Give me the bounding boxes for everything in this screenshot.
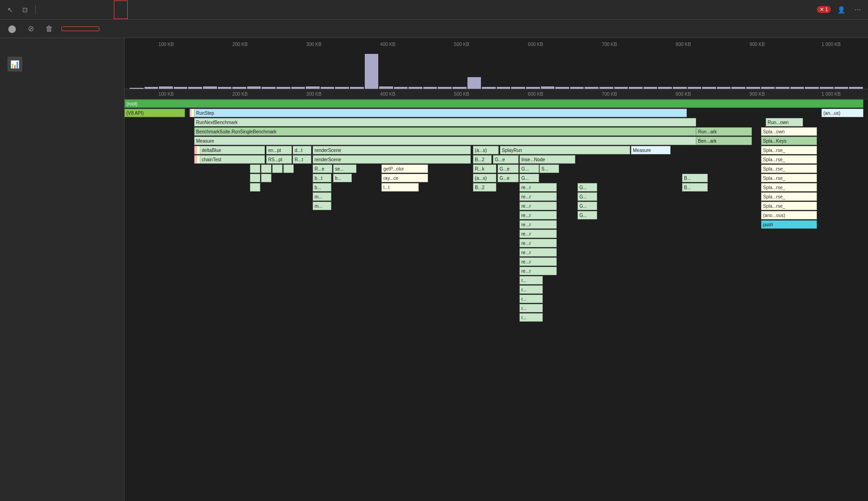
flame-block[interactable]: Spla...Keys	[761, 137, 817, 145]
device-icon[interactable]: ⊡	[19, 3, 32, 16]
flame-block[interactable]: m...	[313, 202, 331, 210]
flame-block[interactable]: re...r	[519, 257, 557, 266]
flame-block[interactable]: Ben...ark	[696, 137, 752, 145]
flame-block[interactable]	[250, 174, 260, 182]
flame-block[interactable]: Run...own	[766, 118, 803, 126]
cursor-icon[interactable]: ↖	[4, 3, 17, 16]
flame-block[interactable]: push	[761, 220, 817, 229]
flame-block[interactable]: r...	[519, 313, 543, 322]
flame-block[interactable]: G...e	[498, 174, 519, 182]
tab-console[interactable]	[54, 0, 67, 20]
flame-block[interactable]: G...	[519, 165, 539, 173]
flame-block[interactable]: BenchmarkSuite.RunSingleBenchmark	[194, 127, 696, 136]
flame-block[interactable]	[283, 165, 294, 173]
remote-debug-icon[interactable]: 👤	[835, 3, 848, 16]
flame-block[interactable]: re...r	[519, 248, 557, 257]
flame-block[interactable]: r...	[519, 276, 543, 284]
flame-block[interactable]: G...	[519, 174, 539, 182]
flame-block[interactable]: G...	[578, 192, 597, 201]
flame-block[interactable]: (ano...ous)	[761, 211, 817, 219]
flame-chart[interactable]: (root)(V8 API)RunStep(an...us)RunNextBen…	[125, 99, 868, 501]
flame-block[interactable]	[250, 183, 260, 191]
flame-block[interactable]: b...	[313, 183, 331, 191]
flame-block[interactable]: SplayRun	[500, 146, 630, 154]
flame-block[interactable]: re...r	[519, 192, 557, 201]
flame-block[interactable]: getP...olor	[381, 165, 428, 173]
flame-block[interactable]: R...t	[293, 155, 311, 164]
error-count-badge[interactable]: ✕ 1	[817, 6, 831, 13]
flame-block[interactable]	[261, 165, 271, 173]
sidebar-profile-item[interactable]: 📊	[0, 53, 124, 75]
flame-block[interactable]: r...	[519, 295, 543, 303]
flame-block[interactable]: chainTest	[200, 155, 265, 164]
flame-block[interactable]: renderScene	[313, 146, 471, 154]
flame-block[interactable]: Spla...rse_	[761, 155, 817, 164]
flame-block[interactable]: RunNextBenchmark	[194, 118, 696, 126]
flame-block[interactable]: B...2	[473, 155, 492, 164]
flame-block[interactable]: G...e	[498, 165, 519, 173]
tab-application[interactable]	[130, 0, 143, 20]
flame-block[interactable]: Inse...Node	[519, 155, 575, 164]
flame-block[interactable]: deltaBlue	[200, 146, 265, 154]
flame-block[interactable]: se...	[333, 165, 356, 173]
tab-performance[interactable]	[99, 0, 112, 20]
flame-block[interactable]: b...	[333, 174, 352, 182]
flame-block[interactable]: l...t	[381, 183, 419, 191]
tab-security[interactable]	[145, 0, 158, 20]
tab-network[interactable]	[84, 0, 97, 20]
flame-block[interactable]: B...2	[473, 183, 496, 191]
flame-block[interactable]: Measure	[631, 146, 671, 154]
clear-button[interactable]: 🗑	[43, 22, 56, 35]
flame-block[interactable]: (a...s)	[473, 174, 496, 182]
flame-block[interactable]: re...r	[519, 220, 557, 229]
flame-block[interactable]: r...	[519, 285, 543, 294]
flame-block[interactable]: re...r	[519, 230, 557, 238]
flame-block[interactable]: R...k	[473, 165, 496, 173]
flame-block[interactable]: RS...pt	[266, 155, 292, 164]
flame-block[interactable]: Spla...rse_	[761, 192, 817, 201]
tab-elements[interactable]	[39, 0, 53, 20]
flame-block[interactable]: re...r	[519, 267, 557, 275]
flame-block[interactable]: Spla...rse_	[761, 146, 817, 154]
flame-block[interactable]: (a...s)	[473, 146, 499, 154]
flame-block[interactable]: en...pt	[266, 146, 292, 154]
tab-memory[interactable]	[114, 0, 128, 19]
flame-block[interactable]	[261, 174, 271, 182]
flame-block[interactable]: (an...us)	[822, 109, 863, 117]
flame-block[interactable]: G...	[578, 211, 597, 219]
flame-block[interactable]: Spla...rse_	[761, 202, 817, 210]
flame-block[interactable]: (root)	[125, 99, 863, 108]
flame-block[interactable]: G...e	[493, 155, 519, 164]
chart-type-select[interactable]	[61, 26, 99, 31]
flame-block[interactable]: re...r	[519, 183, 557, 191]
flame-block[interactable]: re...r	[519, 202, 557, 210]
flame-block[interactable]: renderScene	[313, 155, 471, 164]
flame-block[interactable]: RunStep	[194, 109, 687, 117]
flame-block[interactable]: Spla...rse_	[761, 183, 817, 191]
flame-block[interactable]: m...	[313, 192, 331, 201]
flame-block[interactable]	[272, 165, 283, 173]
flame-block[interactable]: b...t	[313, 174, 331, 182]
flame-block[interactable]: R...e	[313, 165, 332, 173]
flame-block[interactable]: S...	[539, 165, 559, 173]
flame-block[interactable]: r...	[519, 304, 543, 312]
flame-block[interactable]: ray...ce	[381, 174, 428, 182]
flame-block[interactable]: Spla...rse_	[761, 165, 817, 173]
flame-block[interactable]: Measure	[194, 137, 696, 145]
flame-block[interactable]: re...r	[519, 239, 557, 247]
tab-sources[interactable]	[69, 0, 82, 20]
flame-block[interactable]: Run...ark	[696, 127, 752, 136]
flame-block[interactable]: d...t	[293, 146, 311, 154]
flame-block[interactable]: (V8 API)	[125, 109, 185, 117]
flame-block[interactable]: B...	[682, 183, 708, 191]
flame-block[interactable]: B...	[682, 174, 708, 182]
flame-block[interactable]: re...r	[519, 211, 557, 219]
record-button[interactable]: ⬤	[6, 22, 19, 35]
flame-block[interactable]: G...	[578, 183, 597, 191]
tab-audits[interactable]	[159, 0, 172, 20]
flame-block[interactable]: Spla...rse_	[761, 174, 817, 182]
flame-block[interactable]: Spla...own	[761, 127, 817, 136]
flame-block[interactable]	[250, 165, 260, 173]
more-icon[interactable]: ⋯	[851, 3, 864, 16]
flame-block[interactable]: G...	[578, 202, 597, 210]
